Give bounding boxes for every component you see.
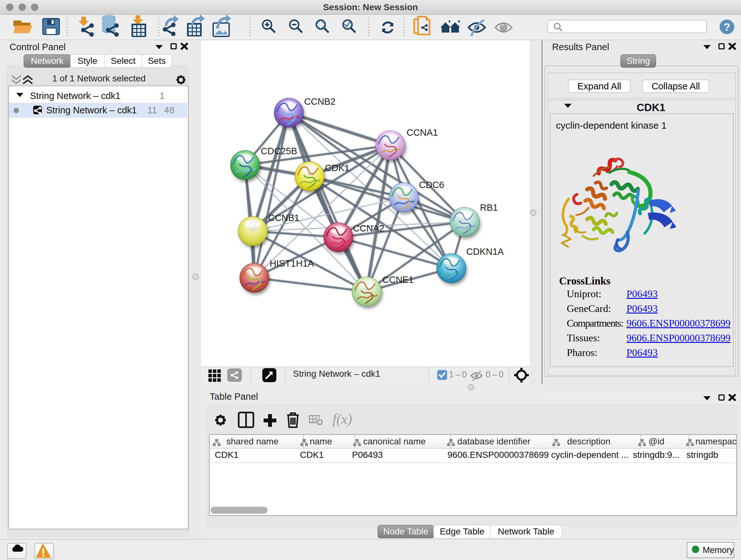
svg-text:CCNA2: CCNA2 xyxy=(353,223,384,233)
svg-text:CCNA1: CCNA1 xyxy=(407,127,438,138)
svg-text:CDKN1A: CDKN1A xyxy=(466,246,504,257)
svg-text:CCNE1: CCNE1 xyxy=(382,274,414,285)
svg-text:RB1: RB1 xyxy=(480,202,498,212)
svg-text:CCNB1: CCNB1 xyxy=(268,212,299,223)
svg-text:CDK1: CDK1 xyxy=(325,163,349,173)
svg-text:HIST1H1A: HIST1H1A xyxy=(270,258,314,268)
svg-text:CCNB2: CCNB2 xyxy=(304,97,335,107)
svg-text:CDC25B: CDC25B xyxy=(261,146,297,156)
svg-text:CDC6: CDC6 xyxy=(419,180,444,190)
